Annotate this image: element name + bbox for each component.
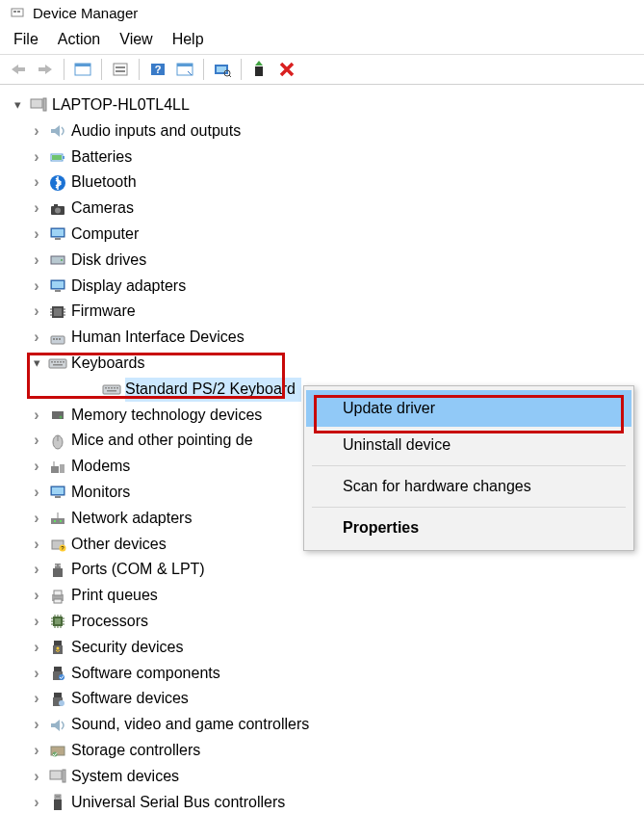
expand-icon[interactable] [29,223,44,247]
svg-rect-15 [43,98,46,111]
svg-rect-67 [51,518,64,524]
expand-icon[interactable] [29,300,44,324]
tree-category-keyboards[interactable]: Keyboards [29,351,640,377]
expand-icon[interactable] [29,197,44,221]
expand-icon[interactable] [29,275,44,299]
bluetooth-icon [48,174,67,192]
svg-rect-32 [54,308,62,316]
expand-icon[interactable] [29,636,44,660]
expand-icon[interactable] [29,326,44,350]
expand-icon[interactable] [29,171,44,195]
tree-category-security[interactable]: Security devices [29,635,640,661]
tree-category-computer[interactable]: Computer [29,222,640,248]
tree-category-sound[interactable]: Sound, video and game controllers [29,712,640,738]
svg-rect-22 [54,204,58,207]
svg-rect-108 [54,800,62,810]
category-label: Security devices [71,636,184,660]
tree-category-bluetooth[interactable]: Bluetooth [29,170,640,196]
tree-category-storage[interactable]: Storage controllers [29,738,640,764]
tree-category-printq[interactable]: Print queues [29,583,640,609]
properties-icon[interactable] [108,58,133,81]
tree-category-display[interactable]: Display adapters [29,274,640,300]
context-separator [312,507,626,508]
menu-action[interactable]: Action [58,31,100,48]
tree-category-swcomp[interactable]: Software components [29,661,640,687]
display-icon [48,277,67,295]
usb-icon [48,794,67,811]
action-icon[interactable] [172,58,197,81]
scan-hardware-icon[interactable] [210,58,235,81]
context-properties[interactable]: Properties [306,510,631,546]
expand-icon[interactable] [29,249,44,273]
svg-rect-41 [56,338,58,340]
category-label: Display adapters [71,275,186,299]
menu-help[interactable]: Help [172,31,204,48]
category-label: Other devices [71,533,167,557]
tree-category-usb[interactable]: Universal Serial Bus controllers [29,790,640,816]
expand-icon[interactable] [29,687,44,711]
category-label: Keyboards [71,352,145,376]
svg-rect-61 [51,466,59,473]
keyboards-icon [48,354,67,372]
svg-rect-42 [59,338,61,340]
back-icon[interactable] [6,58,31,81]
expand-icon[interactable] [29,145,44,170]
expand-icon[interactable] [29,429,44,453]
expand-icon[interactable] [29,713,44,737]
expand-icon[interactable] [29,739,44,763]
svg-point-75 [55,564,57,566]
forward-icon[interactable] [33,58,58,81]
expand-icon[interactable] [29,404,44,428]
show-hidden-icon[interactable] [70,58,95,81]
tree-category-cameras[interactable]: Cameras [29,196,640,222]
expand-icon[interactable] [29,481,44,505]
tree-category-swdev[interactable]: Software devices [29,686,640,712]
expand-icon[interactable] [29,507,44,531]
tree-category-ports[interactable]: Ports (COM & LPT) [29,557,640,583]
context-scan-hardware[interactable]: Scan for hardware changes [306,468,631,505]
category-label: Sound, video and game controllers [71,713,309,737]
category-label: Processors [71,610,148,634]
expand-icon[interactable] [29,455,44,479]
uninstall-icon[interactable] [274,58,299,81]
tree-category-firmware[interactable]: Firmware [29,299,640,325]
tree-category-diskdrives[interactable]: Disk drives [29,248,640,274]
tree-category-processors[interactable]: Processors [29,609,640,635]
expand-icon[interactable] [29,558,44,582]
help-icon[interactable]: ? [145,58,170,81]
menu-file[interactable]: File [13,31,39,48]
svg-rect-106 [63,770,65,782]
category-label: Software components [71,662,220,686]
svg-rect-97 [54,667,62,671]
category-label: Ports (COM & LPT) [71,558,205,582]
expand-icon[interactable] [29,791,44,815]
tree-category-audio[interactable]: Audio inputs and outputs [29,118,640,144]
expand-icon[interactable] [29,584,44,608]
expand-icon[interactable] [29,765,44,789]
keyboard-icon [102,381,121,398]
svg-rect-6 [116,70,125,72]
tree-category-hid[interactable]: Human Interface Devices [29,325,640,351]
category-label: Cameras [71,197,134,221]
menu-view[interactable]: View [119,31,152,48]
expand-icon[interactable] [29,119,44,144]
category-label: Bluetooth [71,171,137,195]
category-label: Batteries [71,145,132,170]
expand-icon[interactable] [29,610,44,634]
sound-icon [48,717,67,734]
tree-category-batteries[interactable]: Batteries [29,144,640,171]
swcomp-icon [48,665,67,682]
tree-root[interactable]: LAPTOP-HL0TL4LL [10,92,640,118]
svg-rect-24 [52,229,64,236]
expand-icon[interactable] [29,533,44,557]
category-label: Monitors [71,481,130,505]
context-update-driver[interactable]: Update driver [306,390,631,427]
context-uninstall-device[interactable]: Uninstall device [306,427,631,463]
expand-icon[interactable] [29,662,44,686]
printq-icon [48,588,67,605]
update-driver-icon[interactable] [247,58,272,81]
svg-rect-14 [31,99,42,108]
expand-icon[interactable] [10,95,25,115]
tree-category-system[interactable]: System devices [29,764,640,790]
collapse-icon[interactable] [29,354,44,373]
